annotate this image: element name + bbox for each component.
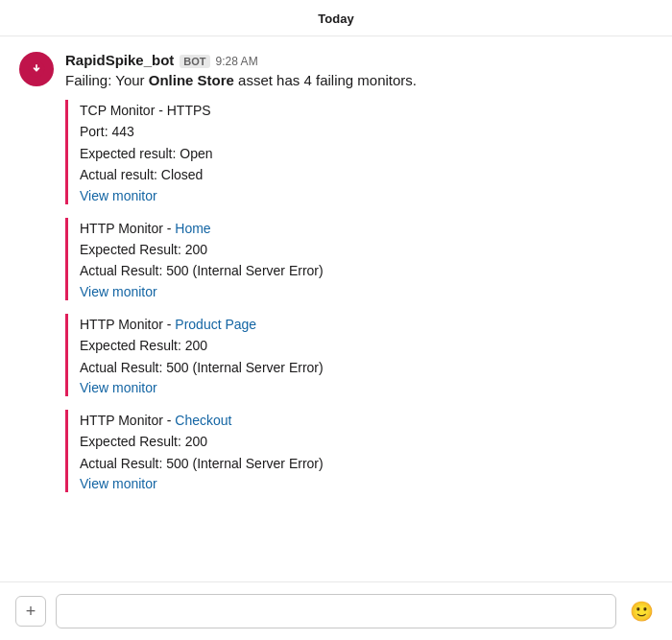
intro-asset: Online Store <box>149 72 234 88</box>
monitor-block-home: HTTP Monitor - Home Expected Result: 200… <box>65 218 653 300</box>
intro-suffix: asset has 4 failing monitors. <box>234 72 417 88</box>
view-monitor-link-home[interactable]: View monitor <box>80 284 157 299</box>
date-divider: Today <box>0 0 672 36</box>
message-intro: Failing: Your Online Store asset has 4 f… <box>65 72 653 88</box>
monitor-actual-checkout: Actual Result: 500 (Internal Server Erro… <box>80 453 653 474</box>
view-monitor-link-checkout[interactable]: View monitor <box>80 476 157 491</box>
monitor-expected-product: Expected Result: 200 <box>80 335 653 356</box>
timestamp: 9:28 AM <box>216 55 258 68</box>
monitor-port: Port: 443 <box>80 121 653 142</box>
monitor-expected-checkout: Expected Result: 200 <box>80 431 653 452</box>
monitor-actual-tcp: Actual result: Closed <box>80 164 653 185</box>
message-input[interactable] <box>56 594 616 628</box>
message: RapidSpike_bot BOT 9:28 AM Failing: Your… <box>19 52 653 506</box>
monitor-block-tcp: TCP Monitor - HTTPS Port: 443 Expected r… <box>65 100 653 204</box>
messages-area: RapidSpike_bot BOT 9:28 AM Failing: Your… <box>0 36 672 581</box>
add-button[interactable]: + <box>15 596 46 627</box>
monitor-name-link-product[interactable]: Product Page <box>175 317 256 332</box>
monitor-name-link-checkout[interactable]: Checkout <box>175 413 231 428</box>
intro-prefix: Failing: Your <box>65 72 149 88</box>
monitor-expected-home: Expected Result: 200 <box>80 239 653 260</box>
monitor-title-home: HTTP Monitor - Home <box>80 218 653 239</box>
message-content: RapidSpike_bot BOT 9:28 AM Failing: Your… <box>65 52 653 506</box>
emoji-button[interactable]: 🙂 <box>626 596 657 627</box>
view-monitor-link-product[interactable]: View monitor <box>80 380 157 395</box>
monitor-name-link-home[interactable]: Home <box>175 221 210 236</box>
monitor-title-tcp: TCP Monitor - HTTPS <box>80 100 653 121</box>
date-label: Today <box>318 12 353 26</box>
view-monitor-link-tcp[interactable]: View monitor <box>80 188 157 203</box>
message-header: RapidSpike_bot BOT 9:28 AM <box>65 52 653 68</box>
monitor-title-product: HTTP Monitor - Product Page <box>80 314 653 335</box>
avatar <box>19 52 54 86</box>
monitor-actual-home: Actual Result: 500 (Internal Server Erro… <box>80 260 653 281</box>
sender-name: RapidSpike_bot <box>65 52 174 68</box>
bot-badge: BOT <box>180 55 209 68</box>
monitor-block-product: HTTP Monitor - Product Page Expected Res… <box>65 314 653 396</box>
monitor-actual-product: Actual Result: 500 (Internal Server Erro… <box>80 357 653 378</box>
monitor-expected-tcp: Expected result: Open <box>80 143 653 164</box>
monitor-title-checkout: HTTP Monitor - Checkout <box>80 410 653 431</box>
input-area: + 🙂 <box>0 581 672 640</box>
monitor-block-checkout: HTTP Monitor - Checkout Expected Result:… <box>65 410 653 492</box>
